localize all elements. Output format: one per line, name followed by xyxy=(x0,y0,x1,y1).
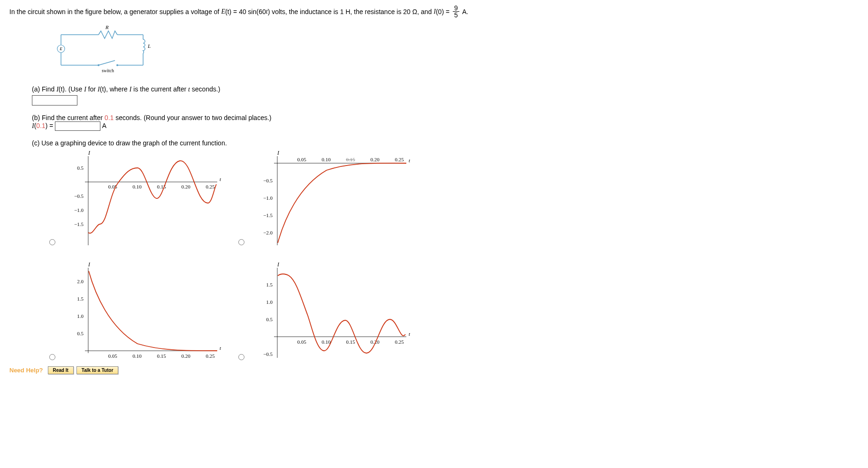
graph-4-svg: I t 1.5 1.0 0.5 −0.5 0.05 0.10 0.15 0.20… xyxy=(251,259,411,362)
part-c: (c) Use a graphing device to draw the gr… xyxy=(32,139,859,147)
svg-line-11 xyxy=(99,60,115,65)
label-E: E xyxy=(59,46,62,51)
svg-text:2.0: 2.0 xyxy=(77,279,84,284)
part-b: (b) Find the current after 0.1 seconds. … xyxy=(32,114,859,131)
svg-text:1.0: 1.0 xyxy=(77,313,84,319)
svg-text:0.10: 0.10 xyxy=(321,339,331,345)
svg-text:0.05: 0.05 xyxy=(297,339,306,345)
svg-text:0.15: 0.15 xyxy=(346,339,355,345)
svg-text:0.05: 0.05 xyxy=(108,353,117,359)
svg-text:0.15: 0.15 xyxy=(346,157,355,162)
graph-row-2: I t 2.0 1.5 1.0 0.5 0.05 0.10 0.15 0.20 … xyxy=(47,259,859,362)
svg-text:−0.5: −0.5 xyxy=(263,178,273,183)
radio-graph-3[interactable] xyxy=(49,354,55,360)
text: (t) xyxy=(225,8,231,15)
svg-text:0.25: 0.25 xyxy=(395,157,404,162)
curve-1 xyxy=(88,161,216,233)
answer-input-a[interactable] xyxy=(32,95,77,106)
svg-text:I: I xyxy=(277,261,280,268)
graph-option-3: I t 2.0 1.5 1.0 0.5 0.05 0.10 0.15 0.20 … xyxy=(47,259,222,362)
svg-text:1.5: 1.5 xyxy=(77,296,84,302)
svg-text:1.5: 1.5 xyxy=(266,282,273,287)
graph-option-2: I t −0.5 −1.0 −1.5 −2.0 0.05 0.10 0.15 0… xyxy=(236,149,411,248)
numerator: 9 xyxy=(453,5,459,12)
graph-row-1: I t 0.5 −0.5 −1.0 −1.5 0.05 0.10 0.15 0.… xyxy=(47,149,859,248)
svg-text:−0.5: −0.5 xyxy=(263,351,273,357)
denominator: 5 xyxy=(453,12,459,18)
svg-text:I: I xyxy=(277,150,280,156)
svg-text:0.10: 0.10 xyxy=(132,184,142,189)
svg-text:0.25: 0.25 xyxy=(395,339,404,345)
label-L: L xyxy=(147,43,151,49)
curve-2 xyxy=(278,163,406,243)
graph-option-4: I t 1.5 1.0 0.5 −0.5 0.05 0.10 0.15 0.20… xyxy=(236,259,411,362)
read-it-button[interactable]: Read It xyxy=(48,366,74,374)
text: = 40 sin(60 xyxy=(231,8,266,15)
svg-text:−2.0: −2.0 xyxy=(263,230,273,235)
svg-text:t: t xyxy=(220,345,221,351)
svg-text:0.5: 0.5 xyxy=(77,165,84,171)
circuit-diagram: R L E switch xyxy=(52,25,859,78)
need-help-label: Need Help? xyxy=(9,367,43,374)
svg-text:1.0: 1.0 xyxy=(266,299,273,305)
part-a: (a) Find I(t). (Use I for I(t), where I … xyxy=(32,85,859,106)
svg-text:0.20: 0.20 xyxy=(370,157,380,162)
text: In the circuit shown in the figure below… xyxy=(9,8,221,15)
graph-3-svg: I t 2.0 1.5 1.0 0.5 0.05 0.10 0.15 0.20 … xyxy=(62,259,222,362)
svg-text:0.10: 0.10 xyxy=(321,157,331,162)
part-a-text: (a) Find I(t). (Use I for I(t), where I … xyxy=(32,85,859,93)
circuit-svg: R L E switch xyxy=(52,25,155,77)
text: ) volts, the inductance is 1 H, the resi… xyxy=(268,8,434,15)
fraction: 9 5 xyxy=(453,5,459,18)
text: (0) = xyxy=(436,8,451,15)
svg-text:0.10: 0.10 xyxy=(132,353,142,359)
svg-text:t: t xyxy=(409,331,411,337)
svg-text:−1.5: −1.5 xyxy=(263,212,273,218)
text: A. xyxy=(461,8,468,15)
need-help-row: Need Help? Read It Talk to a Tutor xyxy=(9,366,859,374)
svg-text:−1.0: −1.0 xyxy=(74,207,84,213)
svg-text:0.5: 0.5 xyxy=(266,317,273,322)
svg-point-10 xyxy=(116,64,118,66)
graph-1-svg: I t 0.5 −0.5 −1.0 −1.5 0.05 0.10 0.15 0.… xyxy=(62,149,222,248)
svg-text:0.5: 0.5 xyxy=(77,331,84,336)
radio-graph-4[interactable] xyxy=(238,354,244,360)
svg-text:−1.5: −1.5 xyxy=(74,221,84,227)
radio-graph-2[interactable] xyxy=(238,239,244,245)
svg-text:−1.0: −1.0 xyxy=(263,195,273,201)
svg-text:t: t xyxy=(409,158,411,163)
var-E: E xyxy=(221,8,225,15)
part-c-text: (c) Use a graphing device to draw the gr… xyxy=(32,139,227,147)
part-b-line2: I(0.1) = A xyxy=(32,121,859,131)
radio-graph-1[interactable] xyxy=(49,239,55,245)
svg-text:I: I xyxy=(88,261,91,268)
svg-text:t: t xyxy=(220,176,221,182)
svg-text:0.05: 0.05 xyxy=(297,157,306,162)
svg-text:0.20: 0.20 xyxy=(181,353,190,359)
talk-tutor-button[interactable]: Talk to a Tutor xyxy=(76,366,118,374)
curve-3 xyxy=(89,271,217,351)
svg-text:−0.5: −0.5 xyxy=(74,193,84,199)
svg-text:0.20: 0.20 xyxy=(181,184,190,189)
graph-option-1: I t 0.5 −0.5 −1.0 −1.5 0.05 0.10 0.15 0.… xyxy=(47,149,222,248)
answer-input-b[interactable] xyxy=(55,121,100,131)
svg-text:I: I xyxy=(88,150,91,156)
label-switch: switch xyxy=(102,68,114,73)
label-R: R xyxy=(105,25,109,30)
graph-2-svg: I t −0.5 −1.0 −1.5 −2.0 0.05 0.10 0.15 0… xyxy=(251,149,411,248)
svg-text:0.25: 0.25 xyxy=(206,184,215,189)
part-b-text: (b) Find the current after 0.1 seconds. … xyxy=(32,114,859,121)
svg-text:0.15: 0.15 xyxy=(157,353,166,359)
svg-text:0.25: 0.25 xyxy=(206,353,215,359)
problem-statement: In the circuit shown in the figure below… xyxy=(9,5,859,18)
